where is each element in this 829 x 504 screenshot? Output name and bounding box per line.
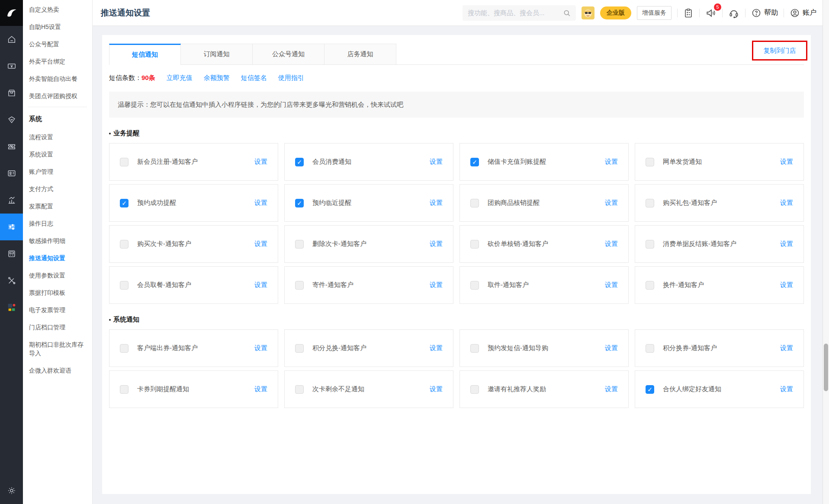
rail-item-money[interactable] xyxy=(0,53,23,80)
search-input[interactable] xyxy=(468,9,559,16)
setting-link[interactable]: 设置 xyxy=(254,158,267,166)
checkbox-unchecked[interactable] xyxy=(470,281,479,290)
setting-link[interactable]: 设置 xyxy=(605,158,618,166)
checkbox-unchecked[interactable] xyxy=(646,158,654,166)
setting-link[interactable]: 设置 xyxy=(254,240,267,248)
rail-item-terminal[interactable] xyxy=(0,240,23,267)
checkbox-checked[interactable]: ✓ xyxy=(646,385,654,394)
rail-item-apps[interactable] xyxy=(0,294,23,321)
scrollbar-thumb[interactable] xyxy=(824,344,828,391)
clipboard-icon[interactable] xyxy=(683,8,694,18)
sidebar-item[interactable]: 发票配置 xyxy=(23,198,92,215)
tab-inactive[interactable]: 公众号通知 xyxy=(253,44,325,64)
sms-action-link[interactable]: 短信签名 xyxy=(241,74,267,82)
sidebar-item[interactable]: 期初档口非批次库存导入 xyxy=(23,336,92,362)
setting-link[interactable]: 设置 xyxy=(605,344,618,352)
checkbox-checked[interactable]: ✓ xyxy=(120,199,129,207)
checkbox-unchecked[interactable] xyxy=(295,240,304,249)
rail-item-chart[interactable] xyxy=(0,187,23,214)
avatar[interactable] xyxy=(582,6,594,19)
sidebar-item[interactable]: 账户管理 xyxy=(23,163,92,180)
gear-icon[interactable] xyxy=(7,486,16,497)
sidebar-item[interactable]: 推送通知设置 xyxy=(23,249,92,267)
setting-link[interactable]: 设置 xyxy=(430,344,443,352)
setting-link[interactable]: 设置 xyxy=(430,199,443,207)
checkbox-checked[interactable]: ✓ xyxy=(295,158,304,166)
headset-support-icon[interactable] xyxy=(728,7,739,19)
tab-inactive[interactable]: 店务通知 xyxy=(325,44,396,64)
value-added-service-button[interactable]: 增值服务 xyxy=(637,6,672,20)
checkbox-unchecked[interactable] xyxy=(646,240,654,249)
checkbox-unchecked[interactable] xyxy=(120,385,129,394)
help-button[interactable]: 帮助 xyxy=(751,8,778,18)
copy-to-store-link[interactable]: 复制到门店 xyxy=(764,47,796,55)
sms-action-link[interactable]: 使用指引 xyxy=(278,74,304,82)
checkbox-unchecked[interactable] xyxy=(646,281,654,290)
sidebar-item[interactable]: 支付方式 xyxy=(23,180,92,198)
setting-link[interactable]: 设置 xyxy=(254,199,267,207)
checkbox-unchecked[interactable] xyxy=(120,240,129,249)
setting-link[interactable]: 设置 xyxy=(254,281,267,289)
sms-action-link[interactable]: 余额预警 xyxy=(204,74,230,82)
rail-item-coupon[interactable] xyxy=(0,133,23,160)
checkbox-unchecked[interactable] xyxy=(120,281,129,290)
sidebar-item[interactable]: 电子发票管理 xyxy=(23,301,92,319)
sidebar-item[interactable]: 自助H5设置 xyxy=(23,18,92,35)
setting-link[interactable]: 设置 xyxy=(430,281,443,289)
rail-item-idcard[interactable] xyxy=(0,160,23,187)
search-icon[interactable] xyxy=(563,9,571,17)
setting-link[interactable]: 设置 xyxy=(780,281,793,289)
sidebar-item[interactable]: 公众号配置 xyxy=(23,35,92,53)
setting-link[interactable]: 设置 xyxy=(254,344,267,352)
setting-link[interactable]: 设置 xyxy=(780,158,793,166)
checkbox-unchecked[interactable] xyxy=(646,344,654,353)
checkbox-unchecked[interactable] xyxy=(470,344,479,353)
setting-link[interactable]: 设置 xyxy=(605,281,618,289)
sidebar-item[interactable]: 外卖智能自动出餐 xyxy=(23,70,92,87)
sidebar-item[interactable]: 票据打印模板 xyxy=(23,284,92,301)
sidebar-item[interactable]: 使用参数设置 xyxy=(23,267,92,284)
checkbox-unchecked[interactable] xyxy=(295,344,304,353)
rail-item-package[interactable] xyxy=(0,80,23,106)
checkbox-unchecked[interactable] xyxy=(646,199,654,207)
setting-link[interactable]: 设置 xyxy=(605,385,618,393)
rail-item-membership[interactable] xyxy=(0,106,23,133)
account-button[interactable]: 账户 xyxy=(790,8,816,18)
sidebar-item[interactable]: 外卖平台绑定 xyxy=(23,53,92,70)
checkbox-unchecked[interactable] xyxy=(120,344,129,353)
checkbox-unchecked[interactable] xyxy=(470,199,479,207)
checkbox-unchecked[interactable] xyxy=(470,385,479,394)
sidebar-item[interactable]: 门店档口管理 xyxy=(23,319,92,336)
announcement-speaker-icon[interactable]: 5 xyxy=(705,7,717,19)
setting-link[interactable]: 设置 xyxy=(430,240,443,248)
setting-link[interactable]: 设置 xyxy=(430,158,443,166)
setting-link[interactable]: 设置 xyxy=(780,385,793,393)
rail-item-sliders[interactable] xyxy=(0,214,23,240)
checkbox-checked[interactable]: ✓ xyxy=(295,199,304,207)
rail-item-tools[interactable] xyxy=(0,267,23,294)
setting-link[interactable]: 设置 xyxy=(780,344,793,352)
sidebar-item[interactable]: 敏感操作明细 xyxy=(23,232,92,249)
checkbox-unchecked[interactable] xyxy=(295,385,304,394)
tab-inactive[interactable]: 订阅通知 xyxy=(181,44,253,64)
sidebar-item[interactable]: 流程设置 xyxy=(23,128,92,146)
sidebar-item[interactable]: 企微入群欢迎语 xyxy=(23,362,92,379)
checkbox-unchecked[interactable] xyxy=(470,240,479,249)
setting-link[interactable]: 设置 xyxy=(780,240,793,248)
setting-link[interactable]: 设置 xyxy=(605,240,618,248)
tab-active[interactable]: 短信通知 xyxy=(109,44,181,64)
rail-item-home[interactable] xyxy=(0,26,23,53)
checkbox-unchecked[interactable] xyxy=(120,158,129,166)
setting-link[interactable]: 设置 xyxy=(780,199,793,207)
checkbox-unchecked[interactable] xyxy=(295,281,304,290)
setting-link[interactable]: 设置 xyxy=(605,199,618,207)
setting-link[interactable]: 设置 xyxy=(430,385,443,393)
sidebar-item[interactable]: 自定义热卖 xyxy=(23,1,92,18)
app-logo[interactable] xyxy=(0,0,23,26)
sms-action-link[interactable]: 立即充值 xyxy=(167,74,193,82)
sidebar-item[interactable]: 系统设置 xyxy=(23,146,92,163)
sidebar-item[interactable]: 美团点评团购授权 xyxy=(23,87,92,105)
sidebar-item[interactable]: 操作日志 xyxy=(23,215,92,232)
checkbox-checked[interactable]: ✓ xyxy=(470,158,479,166)
setting-link[interactable]: 设置 xyxy=(254,385,267,393)
